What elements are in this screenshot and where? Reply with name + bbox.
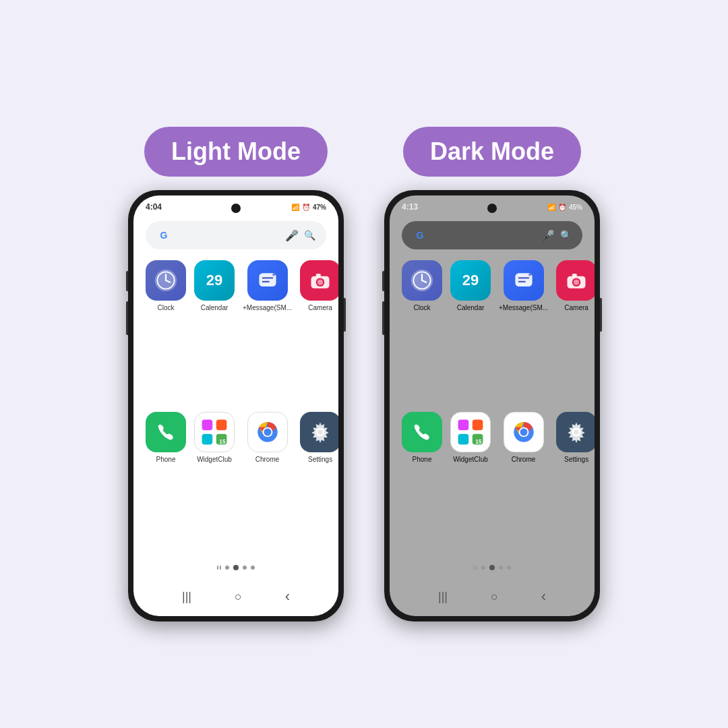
dark-nav-recent[interactable]: ||| — [438, 590, 448, 604]
light-app-settings[interactable]: Settings — [300, 412, 338, 555]
light-search-bar[interactable]: G 🎤 🔍 — [146, 221, 326, 249]
svg-point-10 — [317, 280, 323, 285]
light-calendar-icon: 29 — [194, 260, 235, 301]
svg-rect-12 — [202, 420, 213, 431]
dark-status-time: 4:13 — [402, 202, 418, 212]
light-widgetclub-label: WidgetClub — [197, 456, 232, 464]
svg-rect-13 — [202, 434, 213, 445]
light-settings-icon — [300, 412, 338, 452]
light-chrome-icon — [247, 412, 288, 452]
dark-vol-up-button — [382, 271, 384, 291]
svg-rect-36 — [458, 434, 469, 445]
dark-app-settings[interactable]: Settings — [556, 412, 595, 555]
light-phone-icon — [146, 412, 186, 452]
light-mode-label: Light Mode — [144, 127, 328, 177]
svg-text:+: + — [528, 271, 532, 278]
dark-clock-label: Clock — [413, 304, 430, 312]
light-vol-down-button — [126, 301, 128, 335]
light-dot-line2 — [220, 566, 221, 570]
light-clock-label: Clock — [157, 304, 174, 312]
svg-text:+: + — [272, 271, 276, 278]
dark-wifi-icon: 📶 — [547, 204, 555, 211]
svg-point-33 — [574, 280, 579, 285]
dark-dot-lines — [473, 566, 477, 570]
light-nav-bar: ||| ○ ‹ — [133, 580, 338, 616]
dark-app-phone[interactable]: Phone — [402, 412, 442, 555]
light-app-clock[interactable]: Clock — [146, 260, 186, 404]
dark-app-camera[interactable]: Camera — [556, 260, 595, 404]
light-nav-recent[interactable]: ||| — [182, 590, 191, 604]
dark-dot3 — [507, 566, 511, 570]
svg-text:15: 15 — [219, 439, 226, 445]
dark-settings-label: Settings — [564, 456, 588, 464]
dark-message-icon: + — [504, 260, 544, 301]
dark-mode-label: Dark Mode — [403, 127, 581, 177]
light-dot-lines — [217, 566, 221, 570]
light-dot1 — [225, 566, 229, 570]
light-vol-up-button — [126, 271, 128, 291]
light-app-widgetclub[interactable]: 15 WidgetClub — [194, 412, 235, 555]
dark-camera-icon — [556, 260, 595, 301]
dark-app-grid: Clock 29 Calendar — [390, 260, 595, 555]
dark-camera-notch — [487, 204, 497, 213]
light-phone-label: Phone — [156, 456, 176, 464]
dark-nav-home[interactable]: ○ — [491, 590, 498, 604]
light-battery-icon: 47% — [313, 204, 326, 211]
light-app-camera[interactable]: Camera — [300, 260, 338, 404]
light-lens-icon: 🔍 — [304, 230, 315, 241]
svg-rect-34 — [572, 274, 577, 277]
svg-point-20 — [264, 428, 271, 435]
light-settings-label: Settings — [308, 456, 332, 464]
light-dot3 — [251, 566, 255, 570]
dark-phone-label: Phone — [413, 456, 432, 464]
dark-calendar-label: Calendar — [457, 304, 485, 312]
light-camera-notch — [231, 204, 241, 213]
dark-chrome-label: Chrome — [512, 456, 536, 464]
light-dot-line1 — [217, 566, 218, 570]
dark-app-widgetclub[interactable]: 15 WidgetClub — [450, 412, 491, 555]
dark-search-bar[interactable]: G 🎤 🔍 — [402, 221, 582, 249]
light-camera-label: Camera — [308, 304, 332, 312]
dark-camera-label: Camera — [564, 304, 588, 312]
light-app-phone[interactable]: Phone — [146, 412, 186, 555]
svg-text:15: 15 — [475, 439, 482, 445]
dark-message-label: +Message(SM... — [499, 304, 548, 312]
dark-vol-down-button — [382, 301, 384, 335]
light-mic-icon: 🎤 — [285, 229, 299, 242]
svg-point-43 — [520, 428, 527, 435]
light-app-message[interactable]: + +Message(SM... — [243, 260, 292, 404]
light-nav-back[interactable]: ‹ — [285, 588, 290, 605]
svg-rect-11 — [316, 274, 321, 277]
svg-rect-35 — [458, 420, 469, 431]
dark-app-clock[interactable]: Clock — [402, 260, 442, 404]
dark-app-calendar[interactable]: 29 Calendar — [450, 260, 491, 404]
light-calendar-label: Calendar — [201, 304, 229, 312]
light-app-calendar[interactable]: 29 Calendar — [194, 260, 235, 404]
dark-status-icons: 📶 ⏰ 45% — [547, 204, 582, 211]
dark-chrome-icon — [504, 412, 544, 452]
dark-nav-bar: ||| ○ ‹ — [390, 580, 595, 616]
dark-dot-active — [489, 565, 495, 570]
dark-dot-line2 — [476, 566, 477, 570]
svg-rect-37 — [473, 420, 483, 431]
light-app-chrome[interactable]: Chrome — [243, 412, 292, 555]
light-calendar-num: 29 — [206, 272, 222, 289]
dark-power-button — [600, 298, 602, 332]
light-message-label: +Message(SM... — [243, 304, 292, 312]
dark-nav-back[interactable]: ‹ — [541, 588, 546, 605]
light-camera-icon — [300, 260, 338, 301]
light-phone-screen: 4:04 📶 ⏰ 47% G 🎤 🔍 — [133, 195, 338, 616]
dark-mode-section: Dark Mode 4:13 📶 ⏰ 45% G — [384, 127, 600, 621]
dark-calendar-icon: 29 — [450, 260, 491, 301]
light-message-icon: + — [247, 260, 288, 301]
dark-calendar-num: 29 — [462, 272, 479, 289]
dark-app-chrome[interactable]: Chrome — [499, 412, 548, 555]
light-widgetclub-icon: 15 — [194, 412, 235, 452]
light-nav-home[interactable]: ○ — [235, 590, 242, 604]
dark-widgetclub-icon: 15 — [450, 412, 491, 452]
light-page-dots — [133, 555, 338, 580]
light-power-button — [344, 298, 346, 332]
light-alarm-icon: ⏰ — [302, 204, 310, 211]
dark-settings-icon — [556, 412, 595, 452]
dark-app-message[interactable]: + +Message(SM... — [499, 260, 548, 404]
